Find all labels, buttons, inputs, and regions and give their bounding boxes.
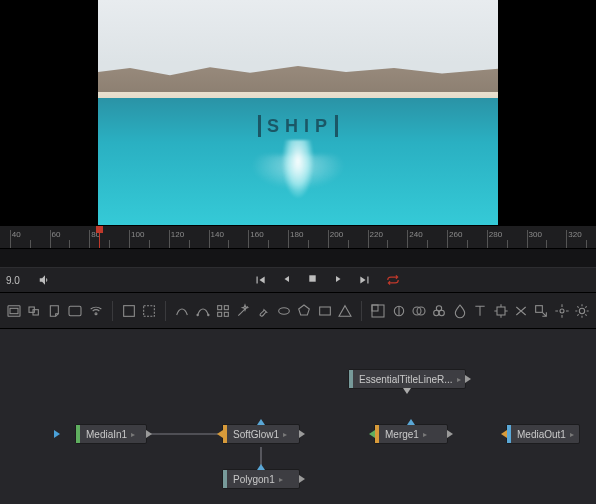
panel-gap bbox=[0, 249, 596, 267]
svg-rect-7 bbox=[123, 305, 134, 316]
port-output[interactable] bbox=[447, 430, 453, 438]
svg-rect-11 bbox=[218, 305, 222, 309]
bezier-icon[interactable] bbox=[194, 299, 210, 323]
merge-icon[interactable] bbox=[513, 299, 529, 323]
go-to-end-button[interactable] bbox=[358, 273, 372, 287]
ruler-tick-label: 240 bbox=[409, 230, 422, 239]
node-color-bar bbox=[349, 370, 353, 388]
viewer-frame[interactable]: SHIP bbox=[98, 0, 498, 225]
svg-point-28 bbox=[579, 308, 584, 313]
svg-point-15 bbox=[279, 307, 290, 314]
title-overlay: SHIP bbox=[258, 115, 338, 137]
svg-rect-16 bbox=[319, 307, 330, 315]
polygon-icon[interactable] bbox=[296, 299, 312, 323]
paint-icon[interactable] bbox=[256, 299, 272, 323]
port-input[interactable] bbox=[369, 430, 375, 438]
node-mediaIn[interactable]: MediaIn1▸ bbox=[75, 424, 147, 444]
transform-icon[interactable] bbox=[492, 299, 508, 323]
chevron-right-icon[interactable]: ▸ bbox=[131, 430, 135, 439]
color-correct-icon[interactable] bbox=[431, 299, 447, 323]
bitmap-icon[interactable] bbox=[215, 299, 231, 323]
glow-icon[interactable] bbox=[574, 299, 590, 323]
wand-icon[interactable] bbox=[235, 299, 251, 323]
node-softGlow[interactable]: SoftGlow1▸ bbox=[222, 424, 300, 444]
timeline-ruler[interactable]: 4060801001201401601802002202402602803003… bbox=[0, 225, 596, 249]
svg-rect-18 bbox=[372, 305, 378, 311]
ruler-tick-label: 140 bbox=[211, 230, 224, 239]
node-color-bar bbox=[375, 425, 379, 443]
port-output-bottom[interactable] bbox=[403, 388, 411, 394]
sticky-note-icon[interactable] bbox=[47, 299, 63, 323]
node-color-bar bbox=[223, 470, 227, 488]
bspline-icon[interactable] bbox=[174, 299, 190, 323]
containers-icon[interactable] bbox=[6, 299, 22, 323]
play-button[interactable] bbox=[332, 273, 344, 287]
port-output[interactable] bbox=[465, 375, 471, 383]
text-icon[interactable] bbox=[472, 299, 488, 323]
port-input[interactable] bbox=[217, 430, 223, 438]
port-input[interactable] bbox=[501, 430, 507, 438]
node-mediaOut[interactable]: MediaOut1▸ bbox=[506, 424, 580, 444]
node-color-bar bbox=[223, 425, 227, 443]
speaker-icon[interactable] bbox=[38, 273, 52, 287]
underlay-icon[interactable] bbox=[67, 299, 83, 323]
port-output[interactable] bbox=[299, 475, 305, 483]
go-to-start-button[interactable] bbox=[253, 273, 267, 287]
wireless-icon[interactable] bbox=[88, 299, 104, 323]
ruler-tick-label: 40 bbox=[12, 230, 21, 239]
loop-button[interactable] bbox=[386, 273, 400, 287]
tracker-icon[interactable] bbox=[553, 299, 569, 323]
ruler-tick-label: 300 bbox=[529, 230, 542, 239]
chevron-right-icon[interactable]: ▸ bbox=[279, 475, 283, 484]
svg-rect-26 bbox=[536, 305, 543, 312]
node-label: MediaIn1 bbox=[86, 429, 127, 440]
group-icon[interactable] bbox=[26, 299, 42, 323]
ellipse-icon[interactable] bbox=[276, 299, 292, 323]
flow-input-marker[interactable] bbox=[54, 430, 60, 438]
chevron-right-icon[interactable]: ▸ bbox=[570, 430, 574, 439]
fps-readout[interactable]: 9.0 bbox=[6, 275, 28, 286]
svg-rect-8 bbox=[144, 305, 155, 316]
stop-button[interactable] bbox=[307, 273, 318, 287]
port-output[interactable] bbox=[146, 430, 152, 438]
ruler-tick-label: 260 bbox=[449, 230, 462, 239]
title-text: SHIP bbox=[267, 116, 333, 137]
step-back-button[interactable] bbox=[281, 273, 293, 287]
brightness-contrast-icon[interactable] bbox=[390, 299, 406, 323]
node-color-bar bbox=[507, 425, 511, 443]
ruler-tick-label: 220 bbox=[370, 230, 383, 239]
node-label: Merge1 bbox=[385, 429, 419, 440]
svg-point-6 bbox=[95, 312, 97, 314]
transport-bar: 9.0 bbox=[0, 267, 596, 293]
viewer-area: SHIP bbox=[0, 0, 596, 225]
svg-rect-13 bbox=[218, 312, 222, 316]
blur-icon[interactable] bbox=[452, 299, 468, 323]
background-icon[interactable] bbox=[370, 299, 386, 323]
ruler-tick-label: 180 bbox=[290, 230, 303, 239]
port-output[interactable] bbox=[299, 430, 305, 438]
node-polygon[interactable]: Polygon1▸ bbox=[222, 469, 300, 489]
node-graph[interactable]: MediaIn1▸SoftGlow1▸Polygon1▸EssentialTit… bbox=[0, 329, 596, 504]
playhead[interactable] bbox=[99, 226, 100, 248]
node-essential[interactable]: EssentialTitleLineR...▸ bbox=[348, 369, 466, 389]
chevron-right-icon[interactable]: ▸ bbox=[423, 430, 427, 439]
port-effect-mask[interactable] bbox=[407, 419, 415, 425]
node-merge[interactable]: Merge1▸ bbox=[374, 424, 448, 444]
title-bar-left bbox=[258, 115, 261, 137]
ruler-tick-label: 60 bbox=[52, 230, 61, 239]
svg-rect-12 bbox=[224, 305, 228, 309]
chevron-right-icon[interactable]: ▸ bbox=[457, 375, 461, 384]
marquee-icon[interactable] bbox=[141, 299, 157, 323]
crop-icon[interactable] bbox=[121, 299, 137, 323]
channel-booleans-icon[interactable] bbox=[411, 299, 427, 323]
triangle-icon[interactable] bbox=[337, 299, 353, 323]
node-color-bar bbox=[76, 425, 80, 443]
svg-rect-0 bbox=[309, 275, 315, 281]
rectangle-icon[interactable] bbox=[317, 299, 333, 323]
chevron-right-icon[interactable]: ▸ bbox=[283, 430, 287, 439]
port-effect-mask[interactable] bbox=[257, 464, 265, 470]
resize-icon[interactable] bbox=[533, 299, 549, 323]
port-effect-mask[interactable] bbox=[257, 419, 265, 425]
preview-glow bbox=[273, 140, 323, 210]
transport-controls bbox=[62, 273, 590, 287]
